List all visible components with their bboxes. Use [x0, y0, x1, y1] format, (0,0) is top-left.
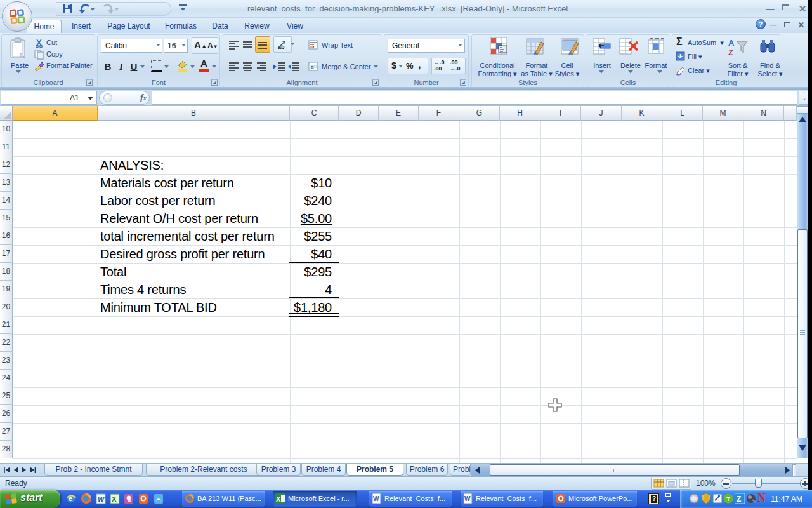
- svg-text:ab: ab: [278, 44, 285, 50]
- svg-text:e: e: [69, 495, 72, 502]
- svg-text:Z: Z: [737, 495, 741, 504]
- svg-text:a: a: [311, 64, 314, 70]
- svg-text:W: W: [464, 495, 471, 502]
- svg-text:W: W: [373, 495, 379, 502]
- svg-text:A: A: [728, 38, 735, 48]
- svg-text:Z: Z: [728, 48, 733, 57]
- svg-text:X: X: [112, 495, 117, 503]
- svg-text:W: W: [98, 495, 105, 503]
- svg-text:X: X: [276, 495, 281, 503]
